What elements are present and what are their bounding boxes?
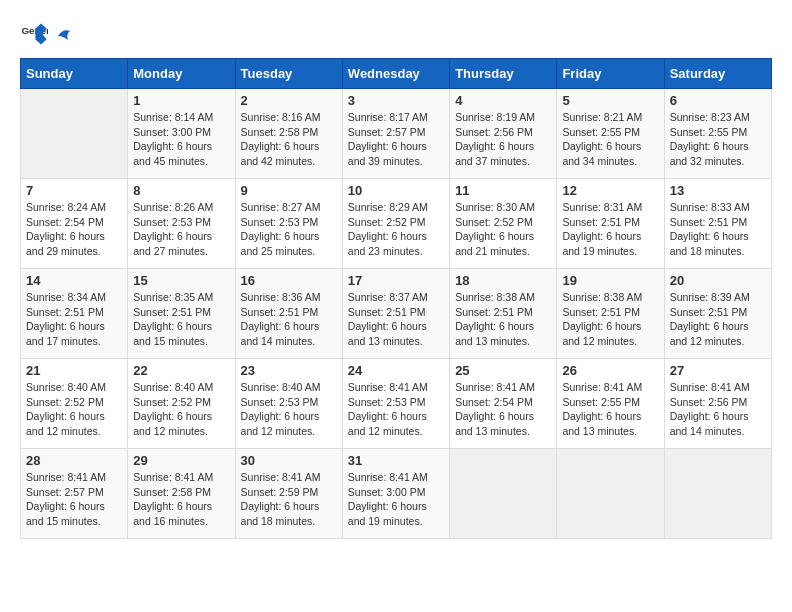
day-header-sunday: Sunday: [21, 59, 128, 89]
day-info: Sunrise: 8:41 AM Sunset: 2:54 PM Dayligh…: [455, 380, 551, 439]
day-number: 1: [133, 93, 229, 108]
day-number: 12: [562, 183, 658, 198]
day-info: Sunrise: 8:31 AM Sunset: 2:51 PM Dayligh…: [562, 200, 658, 259]
calendar-cell: [664, 449, 771, 539]
calendar-week-row: 14Sunrise: 8:34 AM Sunset: 2:51 PM Dayli…: [21, 269, 772, 359]
calendar-cell: 17Sunrise: 8:37 AM Sunset: 2:51 PM Dayli…: [342, 269, 449, 359]
day-number: 3: [348, 93, 444, 108]
day-info: Sunrise: 8:40 AM Sunset: 2:52 PM Dayligh…: [133, 380, 229, 439]
day-number: 5: [562, 93, 658, 108]
day-number: 19: [562, 273, 658, 288]
day-number: 16: [241, 273, 337, 288]
calendar-cell: 20Sunrise: 8:39 AM Sunset: 2:51 PM Dayli…: [664, 269, 771, 359]
calendar-cell: 12Sunrise: 8:31 AM Sunset: 2:51 PM Dayli…: [557, 179, 664, 269]
calendar-cell: 24Sunrise: 8:41 AM Sunset: 2:53 PM Dayli…: [342, 359, 449, 449]
day-info: Sunrise: 8:41 AM Sunset: 2:59 PM Dayligh…: [241, 470, 337, 529]
calendar-cell: 30Sunrise: 8:41 AM Sunset: 2:59 PM Dayli…: [235, 449, 342, 539]
calendar-week-row: 21Sunrise: 8:40 AM Sunset: 2:52 PM Dayli…: [21, 359, 772, 449]
calendar-cell: 1Sunrise: 8:14 AM Sunset: 3:00 PM Daylig…: [128, 89, 235, 179]
calendar-cell: 6Sunrise: 8:23 AM Sunset: 2:55 PM Daylig…: [664, 89, 771, 179]
day-info: Sunrise: 8:35 AM Sunset: 2:51 PM Dayligh…: [133, 290, 229, 349]
day-info: Sunrise: 8:41 AM Sunset: 2:55 PM Dayligh…: [562, 380, 658, 439]
day-header-monday: Monday: [128, 59, 235, 89]
day-info: Sunrise: 8:41 AM Sunset: 2:53 PM Dayligh…: [348, 380, 444, 439]
day-info: Sunrise: 8:41 AM Sunset: 2:56 PM Dayligh…: [670, 380, 766, 439]
calendar-cell: [450, 449, 557, 539]
day-number: 29: [133, 453, 229, 468]
day-number: 14: [26, 273, 122, 288]
calendar-cell: 8Sunrise: 8:26 AM Sunset: 2:53 PM Daylig…: [128, 179, 235, 269]
day-number: 13: [670, 183, 766, 198]
day-header-saturday: Saturday: [664, 59, 771, 89]
calendar-cell: 10Sunrise: 8:29 AM Sunset: 2:52 PM Dayli…: [342, 179, 449, 269]
day-number: 11: [455, 183, 551, 198]
day-header-friday: Friday: [557, 59, 664, 89]
calendar-header-row: SundayMondayTuesdayWednesdayThursdayFrid…: [21, 59, 772, 89]
day-info: Sunrise: 8:21 AM Sunset: 2:55 PM Dayligh…: [562, 110, 658, 169]
calendar-cell: 25Sunrise: 8:41 AM Sunset: 2:54 PM Dayli…: [450, 359, 557, 449]
calendar-cell: 7Sunrise: 8:24 AM Sunset: 2:54 PM Daylig…: [21, 179, 128, 269]
day-number: 2: [241, 93, 337, 108]
calendar-cell: 22Sunrise: 8:40 AM Sunset: 2:52 PM Dayli…: [128, 359, 235, 449]
calendar-cell: 3Sunrise: 8:17 AM Sunset: 2:57 PM Daylig…: [342, 89, 449, 179]
calendar-week-row: 28Sunrise: 8:41 AM Sunset: 2:57 PM Dayli…: [21, 449, 772, 539]
day-info: Sunrise: 8:30 AM Sunset: 2:52 PM Dayligh…: [455, 200, 551, 259]
calendar-cell: 26Sunrise: 8:41 AM Sunset: 2:55 PM Dayli…: [557, 359, 664, 449]
day-number: 20: [670, 273, 766, 288]
day-info: Sunrise: 8:14 AM Sunset: 3:00 PM Dayligh…: [133, 110, 229, 169]
day-number: 31: [348, 453, 444, 468]
day-info: Sunrise: 8:29 AM Sunset: 2:52 PM Dayligh…: [348, 200, 444, 259]
calendar-cell: 13Sunrise: 8:33 AM Sunset: 2:51 PM Dayli…: [664, 179, 771, 269]
day-number: 30: [241, 453, 337, 468]
day-header-wednesday: Wednesday: [342, 59, 449, 89]
day-number: 26: [562, 363, 658, 378]
day-number: 8: [133, 183, 229, 198]
day-header-thursday: Thursday: [450, 59, 557, 89]
day-info: Sunrise: 8:17 AM Sunset: 2:57 PM Dayligh…: [348, 110, 444, 169]
calendar-cell: 21Sunrise: 8:40 AM Sunset: 2:52 PM Dayli…: [21, 359, 128, 449]
day-number: 7: [26, 183, 122, 198]
day-info: Sunrise: 8:38 AM Sunset: 2:51 PM Dayligh…: [455, 290, 551, 349]
day-number: 23: [241, 363, 337, 378]
day-info: Sunrise: 8:16 AM Sunset: 2:58 PM Dayligh…: [241, 110, 337, 169]
calendar-cell: 29Sunrise: 8:41 AM Sunset: 2:58 PM Dayli…: [128, 449, 235, 539]
day-number: 10: [348, 183, 444, 198]
day-info: Sunrise: 8:37 AM Sunset: 2:51 PM Dayligh…: [348, 290, 444, 349]
calendar-week-row: 1Sunrise: 8:14 AM Sunset: 3:00 PM Daylig…: [21, 89, 772, 179]
day-info: Sunrise: 8:41 AM Sunset: 3:00 PM Dayligh…: [348, 470, 444, 529]
day-number: 27: [670, 363, 766, 378]
day-number: 4: [455, 93, 551, 108]
day-number: 17: [348, 273, 444, 288]
calendar-cell: 2Sunrise: 8:16 AM Sunset: 2:58 PM Daylig…: [235, 89, 342, 179]
day-number: 22: [133, 363, 229, 378]
day-info: Sunrise: 8:34 AM Sunset: 2:51 PM Dayligh…: [26, 290, 122, 349]
day-info: Sunrise: 8:38 AM Sunset: 2:51 PM Dayligh…: [562, 290, 658, 349]
day-info: Sunrise: 8:27 AM Sunset: 2:53 PM Dayligh…: [241, 200, 337, 259]
calendar-cell: 16Sunrise: 8:36 AM Sunset: 2:51 PM Dayli…: [235, 269, 342, 359]
calendar-cell: 14Sunrise: 8:34 AM Sunset: 2:51 PM Dayli…: [21, 269, 128, 359]
day-info: Sunrise: 8:33 AM Sunset: 2:51 PM Dayligh…: [670, 200, 766, 259]
day-info: Sunrise: 8:24 AM Sunset: 2:54 PM Dayligh…: [26, 200, 122, 259]
day-info: Sunrise: 8:41 AM Sunset: 2:57 PM Dayligh…: [26, 470, 122, 529]
calendar-cell: 5Sunrise: 8:21 AM Sunset: 2:55 PM Daylig…: [557, 89, 664, 179]
day-number: 6: [670, 93, 766, 108]
logo-bird-icon: [54, 26, 72, 46]
page-header: General: [20, 20, 772, 48]
day-number: 21: [26, 363, 122, 378]
calendar-cell: 19Sunrise: 8:38 AM Sunset: 2:51 PM Dayli…: [557, 269, 664, 359]
calendar-cell: 23Sunrise: 8:40 AM Sunset: 2:53 PM Dayli…: [235, 359, 342, 449]
calendar-cell: 15Sunrise: 8:35 AM Sunset: 2:51 PM Dayli…: [128, 269, 235, 359]
calendar-cell: 27Sunrise: 8:41 AM Sunset: 2:56 PM Dayli…: [664, 359, 771, 449]
day-number: 9: [241, 183, 337, 198]
calendar-cell: 31Sunrise: 8:41 AM Sunset: 3:00 PM Dayli…: [342, 449, 449, 539]
day-number: 24: [348, 363, 444, 378]
day-number: 15: [133, 273, 229, 288]
day-number: 25: [455, 363, 551, 378]
day-header-tuesday: Tuesday: [235, 59, 342, 89]
calendar-cell: 28Sunrise: 8:41 AM Sunset: 2:57 PM Dayli…: [21, 449, 128, 539]
day-info: Sunrise: 8:23 AM Sunset: 2:55 PM Dayligh…: [670, 110, 766, 169]
calendar-cell: 18Sunrise: 8:38 AM Sunset: 2:51 PM Dayli…: [450, 269, 557, 359]
calendar-cell: [21, 89, 128, 179]
calendar-cell: [557, 449, 664, 539]
day-info: Sunrise: 8:26 AM Sunset: 2:53 PM Dayligh…: [133, 200, 229, 259]
